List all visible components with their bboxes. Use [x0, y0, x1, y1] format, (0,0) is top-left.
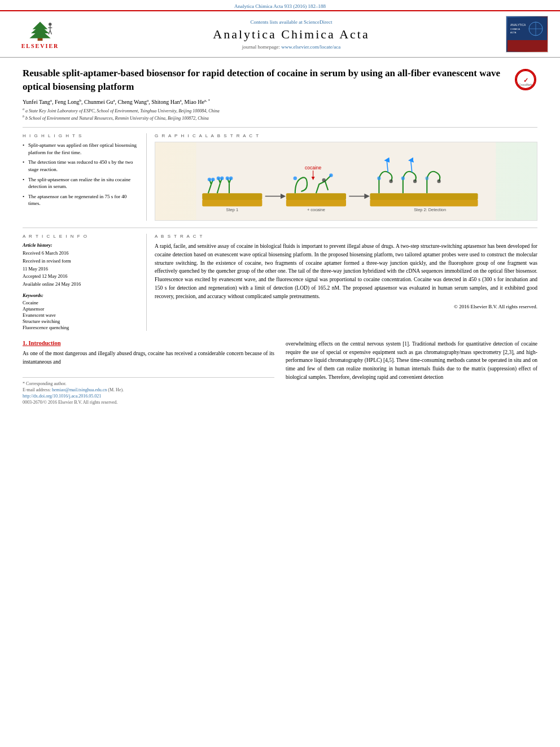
svg-rect-47 [370, 199, 478, 207]
doi-link[interactable]: http://dx.doi.org/10.1016/j.aca.2016.05.… [23, 394, 101, 399]
abstract-label: A B S T R A C T [155, 234, 537, 239]
svg-text:CrossMark: CrossMark [519, 84, 532, 86]
graphical-abstract-image: cocaine [155, 142, 537, 221]
intro-right-text: overwhelming effects on the central nerv… [286, 340, 537, 382]
article-info-abstract-section: A R T I C L E I N F O Article history: R… [23, 228, 537, 331]
email-link[interactable]: hemiao@mail.tsinghua.edu.cn [52, 387, 107, 392]
svg-point-45 [322, 178, 326, 182]
svg-point-35 [220, 177, 224, 180]
svg-point-57 [437, 180, 440, 183]
svg-text:cocaine: cocaine [305, 165, 322, 171]
journal-cover-image: ANALYTICA CHIMICA ACTA [506, 16, 548, 53]
svg-text:Step 1: Step 1 [226, 207, 238, 212]
svg-line-7 [49, 30, 50, 34]
article-history: Article history: Received 6 March 2016 R… [23, 242, 138, 288]
svg-text:CHIMICA: CHIMICA [510, 28, 520, 30]
keywords-title: Keywords: [23, 292, 138, 298]
corresponding-author-note: * Corresponding author. [23, 381, 274, 386]
journal-title: Analytica Chimica Acta [82, 27, 500, 42]
svg-point-36 [226, 177, 229, 180]
article-title-section: Reusable split-aptamer-based biosensor f… [23, 67, 537, 94]
highlights-graphical-section: H I G H L I G H T S Split-aptamer was ap… [23, 127, 537, 221]
highlight-item-1: Split-aptamer was applied on fiber optic… [23, 142, 138, 156]
highlight-item-4: The aptasensor can be regenerated in 75 … [23, 193, 138, 207]
svg-line-8 [50, 30, 52, 34]
affiliation-a: a a State Key Joint Laboratory of ESPC, … [23, 107, 537, 113]
svg-text:✓: ✓ [523, 77, 528, 84]
svg-text:Step 2: Detection: Step 2: Detection [414, 207, 446, 212]
intro-right-column: overwhelming effects on the central nerv… [286, 340, 537, 405]
elsevier-tree-icon [20, 19, 60, 42]
science-direct-prefix: Contents lists available at ScienceDirec… [251, 19, 333, 25]
svg-point-44 [329, 173, 333, 177]
highlights-column: H I G H L I G H T S Split-aptamer was ap… [23, 133, 147, 221]
history-title: Article history: [23, 242, 138, 248]
author-feng-long: Feng Long [55, 99, 80, 105]
keyword-3: Evanescent wave [23, 312, 138, 318]
svg-point-32 [208, 178, 211, 181]
keyword-5: Fluorescence quenching [23, 325, 138, 330]
author-cheng-wang: Cheng Wang [118, 99, 147, 105]
journal-header-left: ELSEVIER [9, 18, 77, 51]
elsevier-logo: ELSEVIER [9, 18, 71, 51]
intro-heading: 1. Introduction [23, 340, 274, 346]
authors-line: Yunfei Tanga, Feng Longb, Chunmei Gua, C… [23, 98, 537, 105]
svg-point-37 [229, 177, 233, 180]
revised-date: 11 May 2016 [23, 265, 138, 273]
svg-point-4 [49, 23, 51, 25]
graphical-abstract-svg: cocaine [155, 142, 537, 220]
journal-homepage: journal homepage: www.elsevier.com/locat… [82, 44, 500, 50]
svg-point-50 [377, 177, 380, 180]
svg-text:+ cocaine: + cocaine [307, 207, 325, 212]
keywords-section: Keywords: Cocaine Aptasensor Evanescent … [23, 292, 138, 330]
article-content: Reusable split-aptamer-based biosensor f… [0, 58, 560, 410]
svg-rect-22 [202, 193, 262, 200]
keyword-1: Cocaine [23, 300, 138, 305]
corresponding-label: * Corresponding author. [23, 381, 67, 386]
crossmark-icon: ✓ CrossMark [515, 69, 536, 90]
journal-citation: Analytica Chimica Acta 933 (2016) 182–18… [234, 3, 326, 9]
journal-header-center: Contents lists available at ScienceDirec… [82, 19, 500, 50]
homepage-url[interactable]: www.elsevier.com/locate/aca [281, 44, 340, 50]
svg-rect-21 [202, 199, 262, 207]
affiliation-b: b b School of Environment and Natural Re… [23, 115, 537, 121]
author-chunmei-gu: Chunmei Gu [84, 99, 113, 105]
footer-copyright: 0003-2670/© 2016 Elsevier B.V. All right… [23, 400, 274, 405]
svg-rect-41 [286, 199, 346, 207]
graphical-abstract-label: G R A P H I C A L A B S T R A C T [155, 133, 537, 138]
crossmark-badge: ✓ CrossMark [515, 69, 537, 91]
svg-rect-48 [370, 193, 478, 200]
received-date: Received 6 March 2016 [23, 250, 138, 257]
svg-rect-20 [196, 142, 496, 220]
email-suffix: (M. He). [108, 387, 124, 392]
homepage-label: journal homepage: [242, 44, 280, 50]
introduction-section: 1. Introduction As one of the most dange… [23, 340, 537, 405]
science-direct-link[interactable]: Contents lists available at ScienceDirec… [82, 19, 500, 25]
highlight-item-3: The split-aptasensor can realize the in … [23, 176, 138, 190]
svg-point-43 [294, 177, 297, 180]
author-miao-he: Miao He [185, 99, 204, 105]
intro-number: 1. [23, 340, 27, 346]
svg-point-56 [425, 177, 428, 180]
svg-text:ANALYTICA: ANALYTICA [510, 23, 526, 27]
intro-title: Introduction [29, 340, 61, 346]
svg-point-53 [401, 177, 405, 180]
graphical-abstract-column: G R A P H I C A L A B S T R A C T [147, 133, 537, 221]
received-revised-label: Received in revised form [23, 257, 138, 265]
abstract-text: A rapid, facile, and sensitive assay of … [155, 242, 537, 300]
svg-point-54 [413, 180, 417, 183]
author-yunfei-tang: Yunfei Tang [23, 99, 50, 105]
journal-header: ELSEVIER Contents lists available at Sci… [0, 10, 560, 58]
svg-rect-10 [508, 40, 547, 51]
available-online: Available online 24 May 2016 [23, 281, 138, 288]
svg-text:ACTA: ACTA [510, 31, 517, 34]
email-label: E-mail address: [23, 387, 51, 392]
highlights-label: H I G H L I G H T S [23, 133, 138, 138]
journal-header-right: ANALYTICA CHIMICA ACTA [506, 16, 551, 53]
svg-point-34 [217, 177, 220, 180]
svg-point-51 [389, 180, 392, 183]
article-info-label: A R T I C L E I N F O [23, 234, 138, 239]
intro-left-text: As one of the most dangerous and illegal… [23, 350, 274, 366]
accepted-date: Accepted 12 May 2016 [23, 273, 138, 280]
highlights-list: Split-aptamer was applied on fiber optic… [23, 142, 138, 207]
